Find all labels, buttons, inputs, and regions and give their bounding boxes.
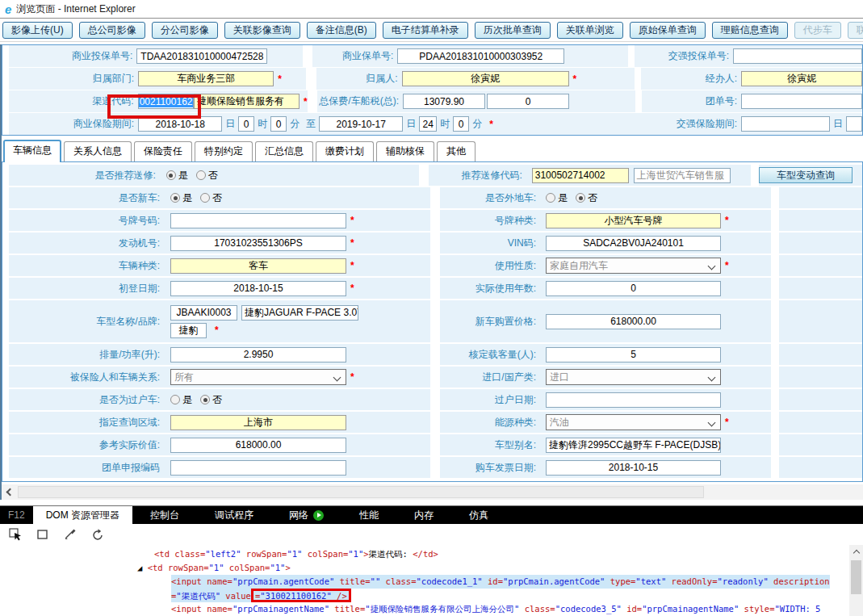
remark-info-button[interactable]: 备注信息(B) bbox=[307, 22, 376, 39]
scrollbar-thumb[interactable] bbox=[851, 560, 861, 594]
radio-yes[interactable] bbox=[546, 193, 555, 203]
channel-code-input[interactable]: 0021100162 bbox=[138, 94, 194, 109]
model-change-query-button[interactable]: 车型变动查询 bbox=[759, 167, 853, 183]
repair-code-input[interactable]: 3100502714002 bbox=[532, 168, 629, 183]
radio-yes[interactable] bbox=[166, 170, 176, 180]
highlight-element-icon[interactable] bbox=[36, 527, 50, 542]
code-line[interactable]: <input name="prpCmain.agentCode" title="… bbox=[0, 575, 863, 589]
tab-other[interactable]: 其他 bbox=[437, 141, 475, 161]
devtools-tab-debugger[interactable]: 调试程序 bbox=[197, 506, 271, 524]
reference-value-input[interactable]: 618000.00 bbox=[170, 438, 346, 453]
transfer-date-input[interactable] bbox=[546, 392, 721, 408]
tab-summary-info[interactable]: 汇总信息 bbox=[255, 141, 313, 161]
ctali-period-start-hour[interactable] bbox=[846, 116, 862, 132]
scrollbar-thumb[interactable] bbox=[18, 486, 704, 498]
related-image-query-button[interactable]: 关联影像查询 bbox=[224, 22, 300, 39]
radio-yes[interactable] bbox=[170, 395, 180, 404]
radio-no[interactable] bbox=[196, 170, 206, 180]
biz-period-end-hour[interactable]: 24 bbox=[419, 116, 437, 132]
new-car-price-input[interactable]: 618000.00 bbox=[546, 314, 721, 329]
devtools-tab-dom-explorer[interactable]: DOM 资源管理器 bbox=[33, 506, 132, 524]
tab-underwriting-assist[interactable]: 辅助核保 bbox=[376, 141, 434, 161]
vin-input[interactable]: SADCA2BV0JA240101 bbox=[546, 236, 721, 251]
model-code-input[interactable]: JBAAKI0003 bbox=[170, 305, 237, 321]
energy-type-select[interactable]: 汽油 bbox=[546, 414, 721, 430]
handler-input[interactable]: 徐寅妮 bbox=[741, 71, 862, 86]
branch-image-button[interactable]: 分公司影像 bbox=[152, 22, 218, 39]
original-policy-query-button[interactable]: 原始保单查询 bbox=[630, 22, 706, 39]
endorsement-history-button[interactable]: 历次批单查询 bbox=[475, 22, 551, 39]
code-line[interactable]: ="渠道代码" value="310021100162" /> bbox=[0, 589, 863, 602]
tab-related-persons[interactable]: 关系人信息 bbox=[64, 141, 132, 161]
devtools-tab-console[interactable]: 控制台 bbox=[132, 506, 197, 524]
devtools-tab-network[interactable]: 网络 bbox=[271, 506, 341, 524]
devtools-tab-emulation[interactable]: 仿真 bbox=[451, 506, 506, 524]
tab-vehicle-info[interactable]: 车辆信息 bbox=[3, 140, 61, 162]
devtools-tab-memory[interactable]: 内存 bbox=[396, 506, 451, 524]
minute-label: 分 bbox=[472, 117, 482, 131]
insured-vehicle-relation-select[interactable]: 所有 bbox=[170, 369, 346, 385]
radio-no[interactable] bbox=[200, 193, 210, 203]
channel-name-input[interactable]: 捷顺保险销售服务有 bbox=[194, 94, 300, 109]
tab-payment-plan[interactable]: 缴费计划 bbox=[316, 141, 374, 161]
recommend-repair-label: 是否推荐送修: bbox=[9, 165, 160, 186]
tab-insurance-liability[interactable]: 保险责任 bbox=[134, 141, 192, 161]
repair-name-input[interactable]: 上海世贸汽车销售服 bbox=[634, 168, 731, 183]
tree-expander-icon[interactable]: ◢ bbox=[137, 563, 148, 572]
group-declare-code-input[interactable] bbox=[170, 460, 346, 476]
vertical-scrollbar[interactable] bbox=[849, 545, 863, 616]
code-token: "捷顺保险销售服务有限公司上海分公司" bbox=[365, 604, 519, 614]
query-region-input[interactable]: 上海市 bbox=[170, 415, 346, 430]
seating-capacity-input[interactable]: 5 bbox=[546, 347, 721, 362]
import-domestic-select[interactable]: 进口 bbox=[546, 369, 721, 385]
biz-period-end-date[interactable]: 2019-10-17 bbox=[319, 116, 403, 132]
invoice-date-input[interactable]: 2018-10-15 bbox=[546, 460, 721, 476]
ctali-proposal-input[interactable] bbox=[733, 48, 862, 64]
total-premium-input[interactable]: 13079.90 bbox=[403, 94, 485, 109]
vin-label: VIN码: bbox=[440, 233, 540, 254]
scroll-left-arrow-icon[interactable] bbox=[2, 484, 18, 500]
ctali-period-start-date[interactable] bbox=[741, 116, 830, 132]
biz-proposal-input[interactable]: TDAA201831010000472528 bbox=[136, 48, 267, 64]
model-name-input[interactable]: 捷豹JAGUAR F-PACE 3.0T bbox=[241, 305, 358, 321]
group-policy-input[interactable] bbox=[741, 94, 862, 109]
biz-period-start-min[interactable]: 0 bbox=[270, 116, 287, 132]
dept-input[interactable]: 车商业务三部 bbox=[138, 71, 274, 86]
vehicle-type-input[interactable]: 客车 bbox=[170, 258, 346, 274]
claim-info-query-button[interactable]: 理赔信息查询 bbox=[712, 22, 788, 39]
plate-number-input[interactable] bbox=[170, 213, 346, 228]
horizontal-scrollbar[interactable] bbox=[2, 484, 863, 500]
devtools-tab-performance[interactable]: 性能 bbox=[341, 506, 396, 524]
radio-no[interactable] bbox=[200, 395, 210, 404]
e-settlement-entry-button[interactable]: 电子结算单补录 bbox=[383, 22, 468, 39]
vehicle-tax-input[interactable]: 0 bbox=[487, 94, 569, 109]
first-registration-date-input[interactable]: 2018-10-15 bbox=[170, 281, 346, 296]
actual-years-input[interactable]: 0 bbox=[546, 281, 721, 296]
radio-yes[interactable] bbox=[170, 193, 180, 203]
biz-period-start-date[interactable]: 2018-10-18 bbox=[138, 116, 222, 132]
image-upload-button[interactable]: 影像上传(U) bbox=[2, 22, 73, 39]
model-alias-input[interactable]: 捷豹锋湃2995CC越野车 F-PACE(DJSB)汽油 bbox=[546, 438, 721, 453]
plate-type-label: 号牌种类: bbox=[440, 210, 540, 231]
related-policy-browse-button[interactable]: 关联单浏览 bbox=[557, 22, 623, 39]
engine-number-input[interactable]: 17031023551306PS bbox=[170, 236, 346, 251]
biz-period-start-hour[interactable]: 0 bbox=[238, 116, 254, 132]
head-office-image-button[interactable]: 总公司影像 bbox=[79, 22, 145, 39]
tab-special-agreement[interactable]: 特别约定 bbox=[195, 141, 253, 161]
biz-policy-input[interactable]: PDAA201831010000303952 bbox=[397, 48, 564, 64]
color-picker-icon[interactable] bbox=[63, 527, 78, 542]
select-element-icon[interactable] bbox=[8, 527, 23, 542]
plate-type-input[interactable]: 小型汽车号牌 bbox=[546, 213, 721, 228]
model-name-brand-label: 车型名称/品牌: bbox=[9, 300, 164, 342]
brand-input[interactable]: 捷豹 bbox=[170, 323, 207, 338]
refresh-icon[interactable] bbox=[90, 527, 105, 542]
usage-nature-select[interactable]: 家庭自用汽车 bbox=[546, 258, 721, 274]
code-line[interactable]: <td class="left2" rowSpan="1" colSpan="1… bbox=[0, 547, 863, 561]
scroll-up-arrow-icon[interactable] bbox=[849, 545, 863, 558]
radio-no[interactable] bbox=[576, 193, 585, 203]
code-line[interactable]: <input name="prpCmainagentName" title="捷… bbox=[0, 602, 863, 616]
code-line[interactable]: ◢ <td rowSpan="1" colSpan="1"> bbox=[0, 561, 863, 575]
biz-period-end-min[interactable]: 0 bbox=[453, 116, 469, 132]
displacement-input[interactable]: 2.9950 bbox=[170, 347, 346, 362]
owner-input[interactable]: 徐寅妮 bbox=[402, 71, 569, 86]
